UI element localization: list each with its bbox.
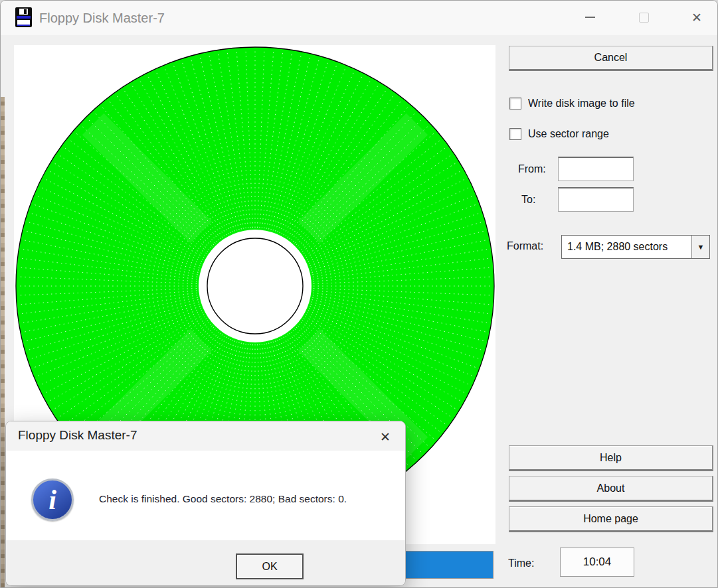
format-dropdown[interactable]: 1.4 MB; 2880 sectors ▼ [561, 235, 710, 259]
floppy-disk-icon [15, 7, 32, 27]
window-title: Floppy Disk Master-7 [39, 1, 165, 35]
close-button[interactable]: ✕ [680, 1, 713, 34]
hub-hole [207, 238, 303, 334]
message-dialog: Floppy Disk Master-7 ✕ i Check is finish… [5, 421, 406, 586]
to-label: To: [521, 194, 535, 206]
maximize-button[interactable] [627, 1, 660, 34]
close-icon: ✕ [691, 11, 702, 24]
from-input[interactable] [558, 157, 634, 181]
use-sector-range-checkbox[interactable] [509, 128, 521, 140]
dialog-footer [6, 540, 405, 585]
use-sector-range-label[interactable]: Use sector range [528, 128, 609, 140]
to-input[interactable] [558, 187, 634, 212]
write-disk-image-checkbox[interactable] [509, 98, 521, 110]
desktop-edge [1, 97, 5, 588]
format-value: 1.4 MB; 2880 sectors [562, 236, 691, 258]
help-button[interactable]: Help [509, 445, 713, 471]
format-label: Format: [507, 240, 543, 252]
dialog-title: Floppy Disk Master-7 [18, 428, 137, 443]
titlebar: Floppy Disk Master-7 ✕ [1, 1, 717, 35]
info-icon: i [31, 478, 74, 521]
about-button[interactable]: About [509, 476, 713, 502]
cancel-button[interactable]: Cancel [509, 46, 713, 71]
write-disk-image-label[interactable]: Write disk image to file [528, 98, 635, 110]
time-label: Time: [508, 557, 534, 569]
app-window: Floppy Disk Master-7 ✕ Cancel Write disk… [0, 0, 718, 588]
minimize-icon [585, 17, 595, 18]
from-label: From: [518, 163, 546, 175]
dropdown-arrow-icon[interactable]: ▼ [691, 236, 709, 258]
minimize-button[interactable] [573, 1, 606, 34]
home-page-button[interactable]: Home page [509, 506, 713, 532]
ok-button[interactable]: OK [236, 553, 304, 579]
time-value: 10:04 [560, 548, 634, 577]
dialog-close-button[interactable]: ✕ [375, 426, 396, 447]
dialog-message: Check is finished. Good sectors: 2880; B… [99, 493, 404, 505]
maximize-icon [639, 13, 649, 23]
close-icon: ✕ [380, 429, 391, 445]
